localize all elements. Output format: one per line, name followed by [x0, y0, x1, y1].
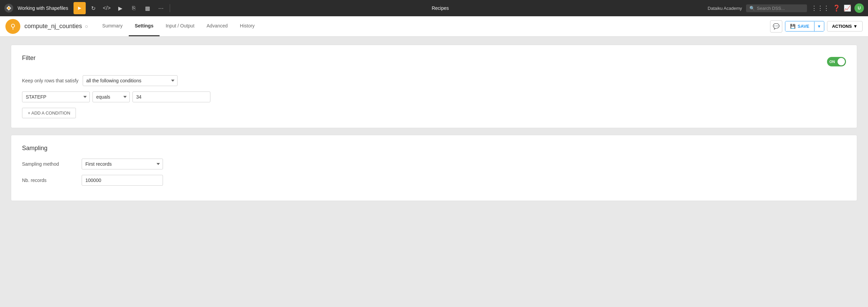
sampling-card: Sampling Sampling method First records R… — [11, 135, 857, 201]
toggle-knob — [838, 58, 845, 65]
add-condition-button[interactable]: + ADD A CONDITION — [22, 108, 76, 118]
play-icon-btn[interactable]: ▶ — [114, 2, 126, 14]
save-dropdown-button[interactable]: ▼ — [814, 22, 824, 31]
sampling-method-label: Sampling method — [22, 161, 76, 167]
recipe-name: compute_nj_counties — [24, 23, 82, 30]
avatar[interactable]: U — [854, 3, 864, 13]
filter-icon: ⚲ — [11, 22, 16, 30]
topbar-right: Dataiku Academy 🔍 Search DSS... ⋮⋮⋮ ❓ 📈 … — [708, 3, 868, 13]
sampling-method-select[interactable]: First records Random sampling (fixed nb)… — [82, 159, 163, 169]
main-content: Filter ON Keep only rows that satisfy al… — [0, 37, 868, 307]
actions-label: ACTIONS — [832, 24, 852, 29]
secondbar: ⚲ compute_nj_counties ○ Summary Settings… — [0, 16, 868, 37]
actions-button[interactable]: ACTIONS ▼ — [827, 21, 863, 32]
app-name: Working with Shapefiles — [18, 5, 68, 11]
printer-icon-btn[interactable]: ⎘ — [128, 2, 140, 14]
flow-icon-btn[interactable]: ► — [74, 2, 86, 14]
condition-type-select[interactable]: all the following conditions any of the … — [83, 75, 178, 86]
recipe-settings-icon[interactable]: ○ — [85, 23, 88, 29]
filter-toggle-container: ON — [827, 57, 846, 66]
secondbar-actions: 💬 💾 SAVE ▼ ACTIONS ▼ — [770, 20, 863, 33]
actions-chevron-icon: ▼ — [853, 24, 857, 29]
topbar-nav-icons: ► ↻ </> ▶ ⎘ ▩ ⋯ — [74, 2, 167, 14]
topbar-separator — [170, 4, 170, 12]
search-icon: 🔍 — [749, 6, 755, 11]
filter-toggle[interactable]: ON — [827, 57, 846, 66]
topbar-center-label: Recipes — [173, 5, 708, 11]
keep-rows-text: Keep only rows that satisfy — [22, 78, 79, 83]
filter-card: Filter ON Keep only rows that satisfy al… — [11, 45, 857, 128]
display-icon-btn[interactable]: ▩ — [141, 2, 153, 14]
tab-input-output[interactable]: Input / Output — [160, 16, 201, 36]
more-icon-btn[interactable]: ⋯ — [155, 2, 167, 14]
tab-summary[interactable]: Summary — [96, 16, 129, 36]
comment-button[interactable]: 💬 — [770, 20, 782, 33]
filter-value-input[interactable] — [132, 91, 210, 102]
academy-label: Dataiku Academy — [708, 6, 742, 11]
tab-settings[interactable]: Settings — [129, 16, 160, 36]
recycle-icon-btn[interactable]: ↻ — [87, 2, 99, 14]
add-condition-label: + ADD A CONDITION — [28, 110, 70, 116]
sampling-records-label: Nb. records — [22, 178, 76, 183]
save-disk-icon: 💾 — [790, 24, 795, 29]
filter-condition-row: STATEFP equals not equals contains — [22, 91, 846, 102]
save-button-group: 💾 SAVE ▼ — [785, 21, 824, 32]
sampling-title: Sampling — [22, 145, 846, 152]
code-icon-btn[interactable]: </> — [101, 2, 113, 14]
search-bar[interactable]: 🔍 Search DSS... — [746, 4, 807, 12]
save-label: SAVE — [798, 24, 809, 29]
field-name-select[interactable]: STATEFP — [22, 91, 90, 102]
tab-advanced[interactable]: Advanced — [201, 16, 234, 36]
search-placeholder: Search DSS... — [757, 6, 785, 11]
filter-header: Filter ON — [22, 55, 846, 68]
filter-title: Filter — [22, 55, 36, 62]
save-button[interactable]: 💾 SAVE — [785, 21, 814, 31]
nav-tabs: Summary Settings Input / Output Advanced… — [96, 16, 770, 36]
toggle-label: ON — [829, 60, 835, 64]
topbar-right-icons: ⋮⋮⋮ ❓ 📈 U — [811, 3, 864, 13]
topbar: Working with Shapefiles ► ↻ </> ▶ ⎘ ▩ ⋯ … — [0, 0, 868, 16]
sampling-method-row: Sampling method First records Random sam… — [22, 159, 846, 169]
operator-select[interactable]: equals not equals contains — [92, 91, 130, 102]
nb-records-input[interactable] — [82, 175, 163, 186]
recipe-icon: ⚲ — [5, 19, 20, 34]
filter-condition-selector: Keep only rows that satisfy all the foll… — [22, 75, 846, 86]
analytics-icon[interactable]: 📈 — [844, 4, 851, 12]
help-icon[interactable]: ❓ — [833, 4, 840, 12]
sampling-records-row: Nb. records — [22, 175, 846, 186]
app-logo[interactable] — [3, 2, 15, 14]
grid-icon[interactable]: ⋮⋮⋮ — [811, 4, 829, 12]
tab-history[interactable]: History — [234, 16, 261, 36]
